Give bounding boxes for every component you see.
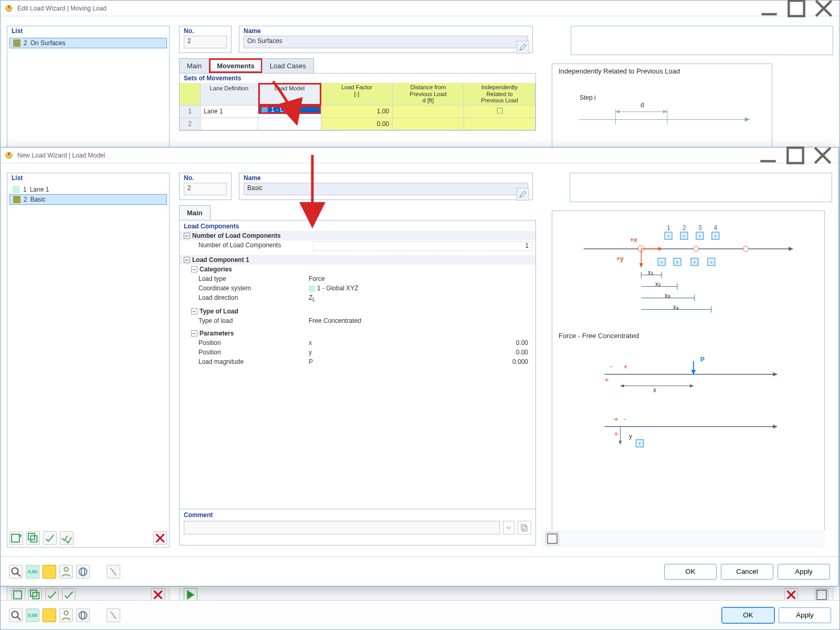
- group-component1[interactable]: − Load Component 1: [180, 255, 536, 265]
- row-pos-y[interactable]: Position y 0.00: [180, 348, 536, 357]
- list-title: List: [7, 173, 169, 182]
- row-magnitude[interactable]: Load magnitude P 0.000: [180, 357, 536, 366]
- script-icon[interactable]: [107, 565, 120, 579]
- svg-point-108: [12, 568, 18, 574]
- window-load-model: New Load Wizard | Load Model List 1 Lane…: [0, 147, 839, 586]
- globe-icon[interactable]: [76, 608, 90, 622]
- cell-indep[interactable]: [464, 106, 536, 118]
- svg-text:3: 3: [698, 224, 702, 232]
- row-load-direction[interactable]: Load direction ZL: [180, 293, 536, 303]
- svg-rect-38: [788, 148, 803, 163]
- minimize-button[interactable]: [757, 149, 780, 162]
- ok-button-back[interactable]: OK: [722, 607, 774, 623]
- svg-rect-48: [521, 524, 526, 530]
- units-icon[interactable]: 0,00: [26, 565, 39, 579]
- comment-dropdown[interactable]: [503, 521, 514, 534]
- script-icon[interactable]: [107, 608, 120, 622]
- no-input[interactable]: 2: [184, 36, 227, 48]
- row-num-components[interactable]: Number of Load Components 1: [180, 240, 536, 252]
- svg-text:+: +: [682, 233, 686, 239]
- no-input[interactable]: 2: [184, 183, 227, 195]
- attach-icon[interactable]: [518, 521, 531, 534]
- cell-lane[interactable]: Lane 1: [201, 106, 258, 118]
- svg-marker-26: [187, 591, 194, 599]
- apply-button[interactable]: Apply: [778, 564, 830, 580]
- color-icon[interactable]: [43, 565, 56, 579]
- minus-icon: −: [191, 330, 197, 337]
- row-pos-x[interactable]: Position x 0.00: [180, 338, 536, 348]
- units-icon[interactable]: 0,00: [26, 608, 39, 622]
- copy-item-button[interactable]: [26, 531, 40, 545]
- search-icon[interactable]: [9, 565, 23, 579]
- row-type-of-load[interactable]: Type of load Free Concentrated: [180, 316, 536, 326]
- label-y: y: [629, 433, 632, 440]
- tab-load-cases[interactable]: Load Cases: [262, 58, 314, 73]
- sets-of-movements-panel: Sets of Movements Lane Definition Load M…: [179, 73, 536, 131]
- list-title: List: [7, 26, 169, 35]
- comment-input[interactable]: [184, 521, 500, 534]
- svg-text:+: +: [638, 440, 641, 446]
- maximize-button[interactable]: [784, 149, 807, 162]
- svg-text:+: +: [693, 259, 696, 265]
- group-categories[interactable]: − Categories: [180, 265, 536, 274]
- label-section: Force - Free Concentrated: [559, 332, 639, 340]
- person-icon[interactable]: [59, 565, 73, 579]
- tab-main[interactable]: Main: [179, 58, 209, 73]
- cell-distance[interactable]: [393, 106, 464, 118]
- row-load-type[interactable]: Load type Force: [180, 274, 536, 284]
- person-icon[interactable]: [59, 608, 73, 622]
- row-coord-system[interactable]: Coordinate system 1 - Global XYZ: [180, 284, 536, 293]
- info-independently-related: Independently Related to Previous Load S…: [552, 64, 772, 148]
- edit-name-icon[interactable]: [517, 188, 529, 201]
- color-icon[interactable]: [43, 608, 56, 622]
- color-swatch-icon: [13, 39, 20, 47]
- cell-factor[interactable]: 1.00: [321, 106, 393, 118]
- name-input[interactable]: Basic: [244, 183, 528, 195]
- list-item-basic[interactable]: 2 Basic: [9, 194, 167, 205]
- search-icon[interactable]: [9, 608, 23, 622]
- apply-button-back[interactable]: Apply: [779, 607, 831, 623]
- ok-button[interactable]: OK: [664, 564, 717, 580]
- svg-rect-36: [8, 153, 9, 155]
- group-type-of-load[interactable]: − Type of Load: [180, 307, 536, 316]
- edit-name-icon[interactable]: [517, 41, 529, 54]
- tab-movements[interactable]: Movements: [209, 58, 262, 73]
- group-num-components[interactable]: − Number of Load Components: [180, 231, 536, 240]
- maximize-button[interactable]: [785, 2, 808, 15]
- list-item-lane1[interactable]: 1 Lane 1: [9, 185, 167, 194]
- check-all-button[interactable]: [60, 531, 74, 545]
- minimize-button[interactable]: [758, 2, 781, 15]
- svg-text:+: +: [667, 233, 670, 239]
- minus-icon: −: [191, 266, 197, 272]
- cell-load-model[interactable]: 1 - Lane 1: [258, 106, 321, 118]
- svg-marker-96: [621, 384, 624, 387]
- label-P: P: [700, 356, 705, 363]
- num-components-input[interactable]: 1: [313, 242, 532, 251]
- check-button[interactable]: [43, 531, 57, 545]
- label-x1: x₁: [648, 269, 654, 276]
- col-load-factor: Load Factor [-]: [321, 83, 393, 106]
- delete-button[interactable]: [153, 531, 167, 545]
- group-parameters[interactable]: − Parameters: [180, 329, 536, 338]
- svg-rect-29: [817, 590, 826, 600]
- svg-rect-107: [548, 534, 557, 543]
- svg-rect-13: [497, 108, 502, 113]
- label-x: x: [653, 386, 656, 394]
- close-button[interactable]: [811, 149, 834, 162]
- new-item-button[interactable]: [9, 531, 23, 545]
- close-button[interactable]: [812, 2, 835, 15]
- svg-rect-22: [30, 590, 37, 596]
- globe-icon[interactable]: [76, 565, 90, 579]
- cancel-button[interactable]: Cancel: [721, 564, 773, 580]
- right-blank: [571, 26, 833, 55]
- name-input[interactable]: On Surfaces: [244, 36, 528, 48]
- coord-swatch-icon: [309, 286, 315, 292]
- svg-line-31: [17, 617, 20, 620]
- props-icon[interactable]: [545, 532, 559, 545]
- load-components-panel: Load Components − Number of Load Compone…: [179, 220, 536, 545]
- app-icon: [5, 151, 13, 160]
- list-item-on-surfaces[interactable]: 2 On Surfaces: [9, 38, 167, 48]
- tab-main[interactable]: Main: [179, 205, 211, 220]
- svg-marker-104: [619, 441, 622, 445]
- svg-text:-: -: [610, 362, 613, 371]
